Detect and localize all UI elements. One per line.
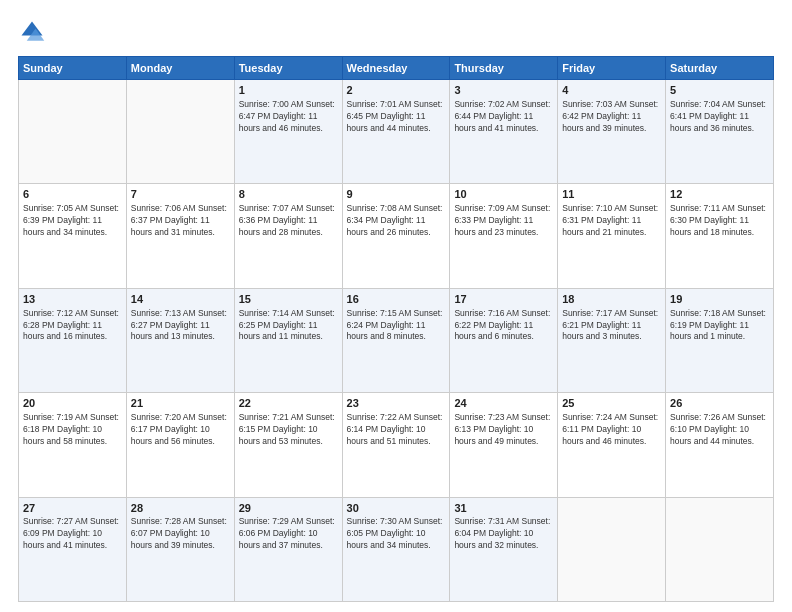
day-info: Sunrise: 7:03 AM Sunset: 6:42 PM Dayligh… [562, 99, 661, 135]
day-number: 20 [23, 396, 122, 411]
day-info: Sunrise: 7:10 AM Sunset: 6:31 PM Dayligh… [562, 203, 661, 239]
calendar-cell: 31Sunrise: 7:31 AM Sunset: 6:04 PM Dayli… [450, 497, 558, 601]
day-header-wednesday: Wednesday [342, 57, 450, 80]
day-number: 18 [562, 292, 661, 307]
day-info: Sunrise: 7:01 AM Sunset: 6:45 PM Dayligh… [347, 99, 446, 135]
calendar-cell: 12Sunrise: 7:11 AM Sunset: 6:30 PM Dayli… [666, 184, 774, 288]
page: SundayMondayTuesdayWednesdayThursdayFrid… [0, 0, 792, 612]
day-info: Sunrise: 7:22 AM Sunset: 6:14 PM Dayligh… [347, 412, 446, 448]
calendar-cell: 14Sunrise: 7:13 AM Sunset: 6:27 PM Dayli… [126, 288, 234, 392]
day-number: 2 [347, 83, 446, 98]
calendar-cell: 26Sunrise: 7:26 AM Sunset: 6:10 PM Dayli… [666, 393, 774, 497]
day-number: 4 [562, 83, 661, 98]
day-number: 14 [131, 292, 230, 307]
calendar-week-row: 13Sunrise: 7:12 AM Sunset: 6:28 PM Dayli… [19, 288, 774, 392]
day-header-friday: Friday [558, 57, 666, 80]
calendar-cell: 9Sunrise: 7:08 AM Sunset: 6:34 PM Daylig… [342, 184, 450, 288]
calendar-week-row: 27Sunrise: 7:27 AM Sunset: 6:09 PM Dayli… [19, 497, 774, 601]
day-header-thursday: Thursday [450, 57, 558, 80]
calendar-cell: 18Sunrise: 7:17 AM Sunset: 6:21 PM Dayli… [558, 288, 666, 392]
calendar-cell: 13Sunrise: 7:12 AM Sunset: 6:28 PM Dayli… [19, 288, 127, 392]
day-info: Sunrise: 7:13 AM Sunset: 6:27 PM Dayligh… [131, 308, 230, 344]
day-number: 26 [670, 396, 769, 411]
day-number: 19 [670, 292, 769, 307]
day-number: 27 [23, 501, 122, 516]
day-number: 7 [131, 187, 230, 202]
day-info: Sunrise: 7:21 AM Sunset: 6:15 PM Dayligh… [239, 412, 338, 448]
day-number: 22 [239, 396, 338, 411]
day-info: Sunrise: 7:06 AM Sunset: 6:37 PM Dayligh… [131, 203, 230, 239]
calendar-cell [666, 497, 774, 601]
calendar-cell: 16Sunrise: 7:15 AM Sunset: 6:24 PM Dayli… [342, 288, 450, 392]
day-number: 29 [239, 501, 338, 516]
day-number: 5 [670, 83, 769, 98]
calendar-cell: 29Sunrise: 7:29 AM Sunset: 6:06 PM Dayli… [234, 497, 342, 601]
calendar-cell: 30Sunrise: 7:30 AM Sunset: 6:05 PM Dayli… [342, 497, 450, 601]
day-info: Sunrise: 7:26 AM Sunset: 6:10 PM Dayligh… [670, 412, 769, 448]
calendar-cell: 23Sunrise: 7:22 AM Sunset: 6:14 PM Dayli… [342, 393, 450, 497]
calendar-week-row: 1Sunrise: 7:00 AM Sunset: 6:47 PM Daylig… [19, 80, 774, 184]
calendar-cell [19, 80, 127, 184]
calendar-cell: 24Sunrise: 7:23 AM Sunset: 6:13 PM Dayli… [450, 393, 558, 497]
day-number: 15 [239, 292, 338, 307]
calendar-cell [558, 497, 666, 601]
calendar-cell [126, 80, 234, 184]
logo [18, 18, 50, 46]
day-number: 16 [347, 292, 446, 307]
day-info: Sunrise: 7:30 AM Sunset: 6:05 PM Dayligh… [347, 516, 446, 552]
calendar-header-row: SundayMondayTuesdayWednesdayThursdayFrid… [19, 57, 774, 80]
day-info: Sunrise: 7:14 AM Sunset: 6:25 PM Dayligh… [239, 308, 338, 344]
calendar-cell: 25Sunrise: 7:24 AM Sunset: 6:11 PM Dayli… [558, 393, 666, 497]
day-number: 6 [23, 187, 122, 202]
day-number: 24 [454, 396, 553, 411]
calendar-cell: 7Sunrise: 7:06 AM Sunset: 6:37 PM Daylig… [126, 184, 234, 288]
day-number: 10 [454, 187, 553, 202]
day-info: Sunrise: 7:11 AM Sunset: 6:30 PM Dayligh… [670, 203, 769, 239]
day-number: 3 [454, 83, 553, 98]
day-header-sunday: Sunday [19, 57, 127, 80]
day-info: Sunrise: 7:16 AM Sunset: 6:22 PM Dayligh… [454, 308, 553, 344]
calendar-cell: 2Sunrise: 7:01 AM Sunset: 6:45 PM Daylig… [342, 80, 450, 184]
day-info: Sunrise: 7:07 AM Sunset: 6:36 PM Dayligh… [239, 203, 338, 239]
day-header-tuesday: Tuesday [234, 57, 342, 80]
day-info: Sunrise: 7:17 AM Sunset: 6:21 PM Dayligh… [562, 308, 661, 344]
day-number: 1 [239, 83, 338, 98]
calendar-cell: 4Sunrise: 7:03 AM Sunset: 6:42 PM Daylig… [558, 80, 666, 184]
day-number: 25 [562, 396, 661, 411]
day-number: 8 [239, 187, 338, 202]
day-info: Sunrise: 7:02 AM Sunset: 6:44 PM Dayligh… [454, 99, 553, 135]
calendar-week-row: 6Sunrise: 7:05 AM Sunset: 6:39 PM Daylig… [19, 184, 774, 288]
day-info: Sunrise: 7:04 AM Sunset: 6:41 PM Dayligh… [670, 99, 769, 135]
calendar-cell: 11Sunrise: 7:10 AM Sunset: 6:31 PM Dayli… [558, 184, 666, 288]
calendar-week-row: 20Sunrise: 7:19 AM Sunset: 6:18 PM Dayli… [19, 393, 774, 497]
day-info: Sunrise: 7:12 AM Sunset: 6:28 PM Dayligh… [23, 308, 122, 344]
day-info: Sunrise: 7:15 AM Sunset: 6:24 PM Dayligh… [347, 308, 446, 344]
calendar-cell: 19Sunrise: 7:18 AM Sunset: 6:19 PM Dayli… [666, 288, 774, 392]
day-info: Sunrise: 7:27 AM Sunset: 6:09 PM Dayligh… [23, 516, 122, 552]
day-info: Sunrise: 7:09 AM Sunset: 6:33 PM Dayligh… [454, 203, 553, 239]
day-number: 13 [23, 292, 122, 307]
header [18, 18, 774, 46]
day-info: Sunrise: 7:24 AM Sunset: 6:11 PM Dayligh… [562, 412, 661, 448]
day-info: Sunrise: 7:08 AM Sunset: 6:34 PM Dayligh… [347, 203, 446, 239]
calendar-cell: 8Sunrise: 7:07 AM Sunset: 6:36 PM Daylig… [234, 184, 342, 288]
calendar-cell: 21Sunrise: 7:20 AM Sunset: 6:17 PM Dayli… [126, 393, 234, 497]
calendar-cell: 17Sunrise: 7:16 AM Sunset: 6:22 PM Dayli… [450, 288, 558, 392]
day-number: 12 [670, 187, 769, 202]
calendar-cell: 22Sunrise: 7:21 AM Sunset: 6:15 PM Dayli… [234, 393, 342, 497]
logo-icon [18, 18, 46, 46]
day-number: 23 [347, 396, 446, 411]
calendar-table: SundayMondayTuesdayWednesdayThursdayFrid… [18, 56, 774, 602]
day-info: Sunrise: 7:19 AM Sunset: 6:18 PM Dayligh… [23, 412, 122, 448]
calendar-cell: 27Sunrise: 7:27 AM Sunset: 6:09 PM Dayli… [19, 497, 127, 601]
calendar-cell: 6Sunrise: 7:05 AM Sunset: 6:39 PM Daylig… [19, 184, 127, 288]
day-info: Sunrise: 7:00 AM Sunset: 6:47 PM Dayligh… [239, 99, 338, 135]
day-number: 31 [454, 501, 553, 516]
day-header-saturday: Saturday [666, 57, 774, 80]
day-number: 28 [131, 501, 230, 516]
day-info: Sunrise: 7:31 AM Sunset: 6:04 PM Dayligh… [454, 516, 553, 552]
day-number: 21 [131, 396, 230, 411]
day-info: Sunrise: 7:29 AM Sunset: 6:06 PM Dayligh… [239, 516, 338, 552]
calendar-cell: 28Sunrise: 7:28 AM Sunset: 6:07 PM Dayli… [126, 497, 234, 601]
day-number: 9 [347, 187, 446, 202]
